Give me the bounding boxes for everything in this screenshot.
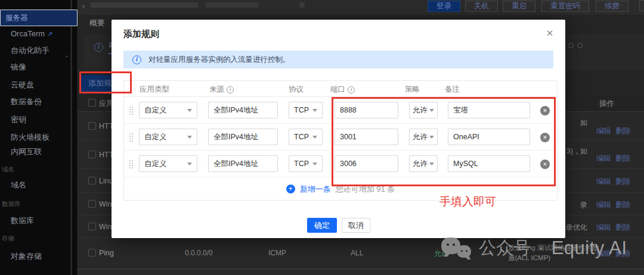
reset-password-button[interactable]: 重置密码	[541, 1, 589, 12]
watermark-brand: Equity AI	[552, 238, 627, 259]
edit-link[interactable]: 编辑	[596, 200, 611, 210]
plus-icon: +	[286, 185, 295, 193]
edit-link[interactable]: 编辑	[596, 154, 611, 164]
delete-link[interactable]: 删除	[615, 223, 630, 233]
sidebar-item-server[interactable]: 服务器	[0, 10, 78, 26]
row-checkbox[interactable]	[88, 122, 96, 130]
col-source: 来源i	[209, 85, 234, 95]
info-banner-text: 对轻量应用服务器实例的入流量进行控制。	[148, 55, 290, 65]
row-checkbox[interactable]	[88, 223, 96, 230]
sidebar-item-database[interactable]: 数据库	[0, 213, 78, 229]
caret-down-icon	[312, 162, 317, 165]
external-link-icon: ↗	[47, 30, 52, 38]
delete-link[interactable]: 删除	[615, 154, 630, 164]
copy-icon-ghost	[299, 2, 305, 8]
status-dot-icon	[568, 43, 574, 48]
watermark: 公众号 · Equity AI	[441, 236, 627, 261]
watermark-dot: ·	[538, 239, 544, 258]
wechat-icon	[441, 236, 472, 261]
row-checkbox[interactable]	[88, 177, 96, 185]
col-protocol: 协议	[289, 85, 304, 95]
annotation-rect-ports	[332, 97, 556, 186]
chevron-down-icon: ⌄	[64, 48, 69, 58]
sidebar-item-domain[interactable]: 域名	[0, 177, 78, 193]
watermark-label: 公众号	[479, 236, 531, 260]
caret-down-icon	[312, 109, 317, 112]
add-one-more-link[interactable]: 新增一条	[300, 184, 331, 195]
col-app-type: 应用类型	[140, 85, 169, 95]
protocol-select[interactable]: TCP	[289, 129, 323, 145]
status-dot-icon	[577, 43, 583, 48]
sidebar-item-key[interactable]: 密钥	[0, 112, 78, 127]
delete-link[interactable]: 删除	[615, 177, 630, 187]
screen: 服务器 OrcaTerm↗ 自动化助手⌄ 镜像 云硬盘 数据备份 密钥 防火墙模…	[0, 0, 644, 275]
caret-down-icon	[187, 109, 192, 112]
caret-down-icon	[312, 136, 317, 139]
bg-footer-strip	[78, 269, 644, 275]
select-all-checkbox[interactable]	[88, 99, 96, 107]
restart-button[interactable]: 重启	[503, 1, 535, 12]
sidebar-group-domain: 域名	[2, 165, 14, 174]
dialog-title: 添加规则	[123, 29, 159, 40]
page-subtitle-ghost	[205, 2, 259, 8]
col-port: 端口i	[330, 85, 355, 95]
shutdown-button[interactable]: 关机	[465, 1, 498, 12]
rules-table-header: 应用类型 来源i 协议 端口i 策略 备注	[124, 81, 557, 97]
partial-button[interactable]	[639, 0, 644, 11]
delete-link[interactable]: 删除	[615, 200, 630, 210]
delete-link[interactable]: 删除	[615, 126, 630, 136]
sidebar-item-orcaterm[interactable]: OrcaTerm↗	[0, 26, 78, 42]
info-banner: i 对轻量应用服务器实例的入流量进行控制。	[123, 51, 553, 68]
col-remark: 备注	[445, 85, 460, 95]
drag-handle-icon[interactable]	[129, 107, 131, 108]
sidebar-item-backup[interactable]: 数据备份	[0, 94, 78, 110]
row-checkbox[interactable]	[88, 249, 96, 257]
col-policy: 策略	[405, 85, 420, 95]
sidebar-item-cos[interactable]: 对象存储	[0, 249, 78, 264]
sidebar-group-storage: 存储	[2, 235, 14, 243]
protocol-select[interactable]: TCP	[289, 155, 323, 172]
close-icon[interactable]: ✕	[544, 27, 556, 39]
ping-source: 0.0.0.0/0	[185, 249, 213, 257]
sidebar: 服务器 OrcaTerm↗ 自动化助手⌄ 镜像 云硬盘 数据备份 密钥 防火墙模…	[0, 0, 78, 275]
source-input[interactable]	[208, 102, 278, 118]
info-icon: i	[227, 86, 234, 93]
caret-down-icon	[187, 162, 192, 165]
cancel-button[interactable]: 取消	[342, 218, 370, 233]
sidebar-item-image[interactable]: 镜像	[0, 60, 78, 75]
ping-protocol: ICMP	[268, 249, 286, 257]
info-icon: i	[348, 86, 355, 93]
sidebar-item-intranet[interactable]: 内网互联	[0, 144, 78, 160]
confirm-button[interactable]: 确定	[307, 218, 337, 233]
col-action-header: 操作	[599, 99, 614, 109]
edit-link[interactable]: 编辑	[596, 177, 611, 187]
app-type-select[interactable]: 自定义	[139, 155, 197, 172]
annotation-note: 手填入即可	[439, 194, 496, 210]
drag-handle-icon[interactable]	[129, 133, 131, 135]
edit-link[interactable]: 编辑	[596, 223, 611, 233]
source-input[interactable]	[208, 155, 278, 172]
source-input[interactable]	[208, 129, 278, 145]
app-type-select[interactable]: 自定义	[139, 129, 197, 145]
app-type-select[interactable]: 自定义	[139, 102, 197, 118]
page-title-ghost	[91, 2, 198, 8]
login-button[interactable]: 登录	[428, 1, 460, 12]
annotation-rect-add-rule	[79, 71, 132, 93]
drag-handle-icon[interactable]	[129, 160, 131, 161]
protocol-select[interactable]: TCP	[289, 102, 323, 118]
tab-overview[interactable]: 概要	[89, 18, 105, 29]
sidebar-group-database: 数据库	[2, 200, 21, 208]
renew-button[interactable]: 续费	[596, 1, 628, 12]
info-icon: i	[132, 55, 141, 64]
ping-port: ALL	[351, 249, 363, 257]
back-icon[interactable]: ‹	[82, 1, 85, 11]
row-checkbox[interactable]	[88, 151, 96, 158]
topbar: ‹ 登录 关机 重启 重置密码 续费	[78, 0, 644, 15]
sidebar-item-automation[interactable]: 自动化助手⌄	[0, 43, 78, 58]
info-icon: i	[94, 43, 103, 52]
row-checkbox[interactable]	[88, 200, 96, 208]
caret-down-icon	[187, 136, 192, 139]
edit-link[interactable]: 编辑	[596, 126, 611, 136]
sidebar-item-firewall-template[interactable]: 防火墙模板	[0, 130, 78, 145]
sidebar-item-disk[interactable]: 云硬盘	[0, 77, 78, 93]
